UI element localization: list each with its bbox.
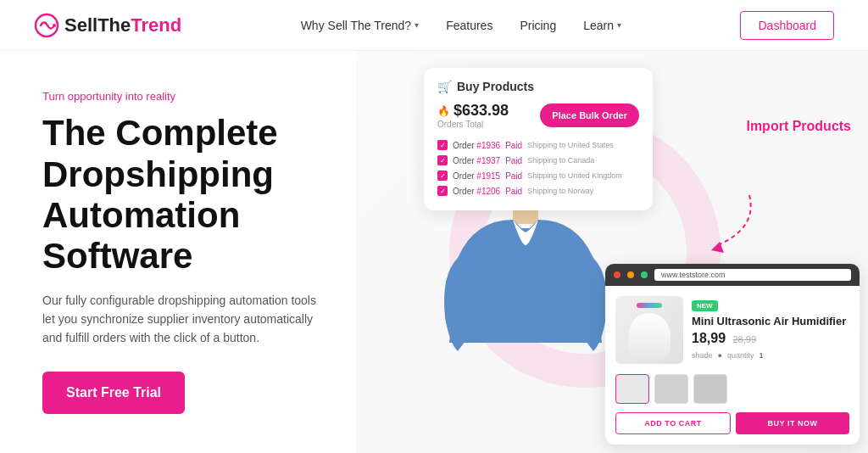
import-products-label: Import Products <box>746 119 851 134</box>
buy-products-card: 🛒 Buy Products 🔥 $633.98 Orders Total Pl… <box>424 68 653 210</box>
order-checkbox: ✓ <box>437 186 448 196</box>
hero-tagline: Turn opportunity into reality <box>42 90 322 103</box>
product-price: 18,99 <box>692 331 726 345</box>
start-free-trial-button[interactable]: Start Free Trial <box>42 372 185 414</box>
buy-products-title: Buy Products <box>457 80 534 93</box>
chevron-down-icon: ▾ <box>617 20 621 30</box>
order-checkbox: ✓ <box>437 155 448 165</box>
fire-icon: 🔥 <box>437 105 450 117</box>
order-row: ✓ Order #1915 Paid Shipping to United Ki… <box>437 168 639 183</box>
buy-now-button[interactable]: BUY IT NOW <box>736 412 849 434</box>
nav-learn[interactable]: Learn ▾ <box>583 19 621 32</box>
product-thumb[interactable] <box>654 374 688 404</box>
window-dot-red <box>614 271 620 278</box>
logo[interactable]: SellTheTrend <box>34 13 181 38</box>
chevron-down-icon: ▾ <box>415 20 419 30</box>
order-checkbox: ✓ <box>437 171 448 181</box>
store-product-card: www.teststore.com NEW Mini Ultrasonic Ai… <box>605 264 860 445</box>
product-name: Mini Ultrasonic Air Humidifier <box>692 315 849 327</box>
dashboard-button[interactable]: Dashboard <box>740 11 834 40</box>
order-total-amount: $633.98 <box>453 102 509 120</box>
main-nav: Why Sell The Trend? ▾ Features Pricing L… <box>301 19 621 32</box>
hero-headline: The Complete Dropshipping Automation Sof… <box>42 113 322 277</box>
hero-description: Our fully configurable dropshipping auto… <box>42 291 322 348</box>
hero-right: 🛒 Buy Products 🔥 $633.98 Orders Total Pl… <box>356 51 868 453</box>
nav-pricing[interactable]: Pricing <box>520 19 556 32</box>
svg-marker-7 <box>711 242 724 253</box>
product-image <box>615 296 683 364</box>
product-original-price: 28,99 <box>733 334 757 344</box>
cart-icon: 🛒 <box>437 80 452 93</box>
window-dot-yellow <box>627 271 634 278</box>
logo-icon <box>34 13 59 38</box>
order-row: ✓ Order #1206 Paid Shipping to Norway <box>437 183 639 199</box>
window-dot-green <box>641 271 648 278</box>
order-checkbox: ✓ <box>437 140 448 150</box>
url-bar: www.teststore.com <box>654 269 851 281</box>
order-row: ✓ Order #1937 Paid Shipping to Canada <box>437 153 639 168</box>
dashed-arrow-icon <box>690 187 758 254</box>
product-thumb[interactable] <box>693 374 727 404</box>
order-row: ✓ Order #1936 Paid Shipping to United St… <box>437 137 639 153</box>
orders-label: Orders Total <box>437 120 509 129</box>
logo-text: SellTheTrend <box>64 14 181 36</box>
svg-point-1 <box>53 24 56 27</box>
place-bulk-order-button[interactable]: Place Bulk Order <box>540 103 639 127</box>
hero-left: Turn opportunity into reality The Comple… <box>0 51 356 453</box>
new-badge: NEW <box>692 300 718 311</box>
nav-features[interactable]: Features <box>446 19 492 32</box>
add-to-cart-button[interactable]: ADD TO CART <box>615 412 731 434</box>
product-thumb[interactable] <box>615 374 649 404</box>
nav-why-sell[interactable]: Why Sell The Trend? ▾ <box>301 19 419 32</box>
